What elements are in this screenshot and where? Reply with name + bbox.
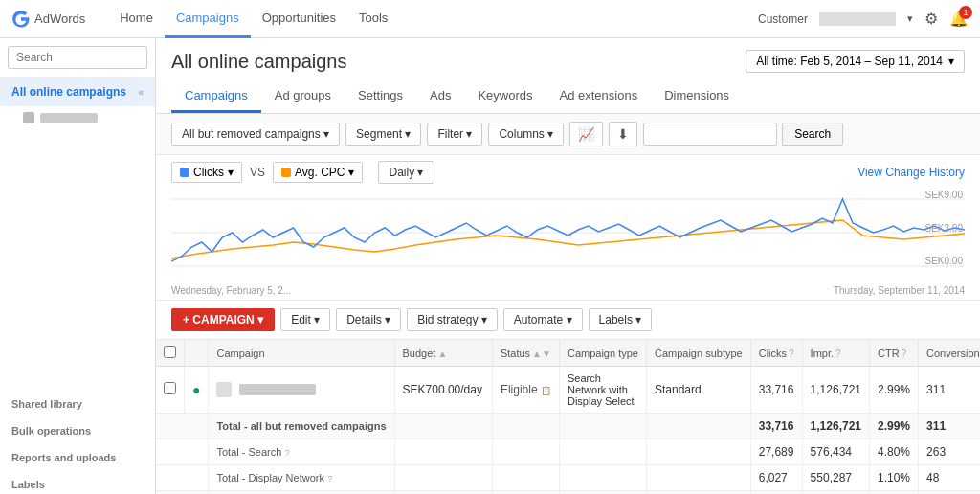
table-search-input[interactable] bbox=[643, 123, 777, 146]
col-status[interactable]: Status▲▼ bbox=[492, 340, 559, 367]
avg-cpc-legend-button[interactable]: Avg. CPC ▾ bbox=[273, 162, 363, 183]
table-header-row: Campaign Budget▲ Status▲▼ Campaign type … bbox=[156, 340, 980, 367]
main-content: All online campaigns All time: Feb 5, 20… bbox=[156, 38, 980, 494]
total2-label: Total - Search ? bbox=[209, 439, 394, 465]
clicks-legend-dot bbox=[180, 168, 189, 177]
tab-settings[interactable]: Settings bbox=[345, 80, 416, 113]
total3-type bbox=[559, 465, 646, 491]
total2-type bbox=[559, 439, 646, 465]
edit-button[interactable]: Edit ▾ bbox=[280, 308, 330, 331]
row-checkbox[interactable] bbox=[164, 382, 176, 394]
line-chart-icon-button[interactable]: 📈 bbox=[569, 122, 603, 146]
tab-dimensions[interactable]: Dimensions bbox=[651, 80, 743, 113]
total4-clicks: 33,716 bbox=[750, 491, 802, 495]
sidebar-search-area bbox=[0, 38, 155, 78]
chart-svg bbox=[171, 190, 965, 276]
col-clicks[interactable]: Clicks? bbox=[750, 340, 802, 367]
tab-ad-groups[interactable]: Ad groups bbox=[261, 80, 345, 113]
select-all-checkbox[interactable] bbox=[164, 346, 176, 358]
nav-campaigns[interactable]: Campaigns bbox=[165, 0, 251, 38]
status-sort-icon: ▲▼ bbox=[532, 348, 551, 359]
sidebar-all-campaigns-label: All online campaigns bbox=[11, 85, 126, 99]
search-input[interactable] bbox=[8, 46, 147, 69]
clicks-legend-label: Clicks bbox=[193, 166, 224, 179]
add-campaign-button[interactable]: + CAMPAIGN ▾ bbox=[171, 308, 275, 331]
sidebar-item-labels[interactable]: Labels bbox=[0, 467, 155, 494]
all-removed-campaigns-filter[interactable]: All but removed campaigns ▾ bbox=[171, 123, 340, 146]
sidebar-item-bulk[interactable]: Bulk operations bbox=[0, 414, 155, 440]
bid-strategy-button[interactable]: Bid strategy ▾ bbox=[407, 308, 498, 331]
total1-ctr: 2.99% bbox=[870, 414, 919, 439]
total2-empty bbox=[156, 439, 209, 465]
columns-button[interactable]: Columns ▾ bbox=[488, 123, 564, 146]
customer-avatar bbox=[819, 12, 896, 26]
page-header: All online campaigns All time: Feb 5, 20… bbox=[156, 38, 980, 80]
row-ctr: 2.99% bbox=[870, 367, 919, 414]
daily-period-button[interactable]: Daily ▾ bbox=[378, 161, 434, 184]
sidebar-collapse-icon[interactable]: « bbox=[138, 87, 144, 98]
col-conversions[interactable]: Conversions? bbox=[919, 340, 980, 367]
nav-opportunities[interactable]: Opportunities bbox=[251, 0, 347, 38]
nav-tools[interactable]: Tools bbox=[347, 0, 399, 38]
total3-info-icon: ? bbox=[327, 474, 332, 483]
filter-button[interactable]: Filter ▾ bbox=[427, 123, 482, 146]
view-history-link[interactable]: View Change History bbox=[858, 166, 965, 179]
logo: AdWords bbox=[11, 10, 85, 29]
campaign-action-toolbar: + CAMPAIGN ▾ Edit ▾ Details ▾ Bid strate… bbox=[156, 300, 980, 340]
col-campaign: Campaign bbox=[209, 340, 394, 367]
sidebar-item-reports[interactable]: Reports and uploads bbox=[0, 440, 155, 467]
total2-conversions: 263 bbox=[919, 439, 980, 465]
tab-ad-extensions[interactable]: Ad extensions bbox=[546, 80, 652, 113]
segment-button[interactable]: Segment ▾ bbox=[345, 123, 421, 146]
row-type: Search Network with Display Select bbox=[559, 367, 646, 414]
total-row-2: Total - Search ? 27,689 576,434 4.80% 26… bbox=[156, 439, 980, 465]
col-budget[interactable]: Budget▲ bbox=[394, 340, 492, 367]
col-campaign-type: Campaign type bbox=[559, 340, 646, 367]
customer-label: Customer bbox=[758, 12, 808, 26]
col-dot bbox=[185, 340, 209, 367]
total4-ctr: 2.99% bbox=[870, 491, 919, 495]
top-nav: AdWords Home Campaigns Opportunities Too… bbox=[0, 0, 980, 38]
avg-cpc-legend-dot bbox=[281, 168, 291, 177]
page-title: All online campaigns bbox=[171, 51, 346, 73]
details-button[interactable]: Details ▾ bbox=[336, 308, 401, 331]
table-search-button[interactable]: Search bbox=[782, 123, 843, 146]
settings-button[interactable]: ⚙ bbox=[924, 10, 938, 28]
total1-impr: 1,126,721 bbox=[802, 414, 869, 439]
status-green-dot: ● bbox=[192, 382, 200, 397]
sidebar-sub-all-campaigns[interactable] bbox=[0, 106, 155, 129]
tab-campaigns[interactable]: Campaigns bbox=[171, 80, 261, 113]
tab-keywords[interactable]: Keywords bbox=[464, 80, 546, 113]
customer-dropdown-arrow[interactable]: ▾ bbox=[907, 12, 913, 25]
automate-button[interactable]: Automate ▾ bbox=[503, 308, 583, 331]
total4-label: Total - all campaigns bbox=[209, 491, 394, 495]
date-range-picker[interactable]: All time: Feb 5, 2014 – Sep 11, 2014 ▾ bbox=[746, 50, 965, 73]
total4-empty bbox=[156, 491, 209, 495]
row-impr: 1,126,721 bbox=[802, 367, 869, 414]
y-label-top: SEK9.00 bbox=[925, 190, 963, 200]
total3-conversions: 48 bbox=[919, 465, 980, 491]
total4-type bbox=[559, 491, 646, 495]
sidebar-item-shared[interactable]: Shared library bbox=[0, 387, 155, 414]
impr-info-icon: ? bbox=[835, 348, 841, 359]
total1-subtype bbox=[646, 414, 750, 439]
col-ctr[interactable]: CTR? bbox=[870, 340, 919, 367]
sidebar-item-all-campaigns[interactable]: All online campaigns « bbox=[0, 78, 155, 106]
col-impr[interactable]: Impr.? bbox=[802, 340, 869, 367]
campaign-icon bbox=[216, 382, 232, 397]
clicks-legend-button[interactable]: Clicks ▾ bbox=[171, 162, 242, 183]
notifications-button[interactable]: 🔔 1 bbox=[949, 10, 969, 28]
total2-budget bbox=[394, 439, 492, 465]
filter-toolbar: All but removed campaigns ▾ Segment ▾ Fi… bbox=[156, 114, 980, 155]
app-layout: All online campaigns « Shared library Bu… bbox=[0, 38, 980, 494]
tab-ads[interactable]: Ads bbox=[416, 80, 464, 113]
download-icon-button[interactable]: ⬇ bbox=[609, 122, 637, 146]
labels-button[interactable]: Labels ▾ bbox=[589, 308, 653, 331]
chart-area: SEK9.00 SEK3.00 SEK0.00 bbox=[156, 190, 980, 285]
total1-clicks: 33,716 bbox=[750, 414, 802, 439]
nav-home[interactable]: Home bbox=[108, 0, 165, 38]
budget-sort-icon: ▲ bbox=[437, 348, 447, 359]
total2-impr: 576,434 bbox=[802, 439, 869, 465]
campaign-name-blurred bbox=[239, 384, 316, 395]
total-row-4: Total - all campaigns SEK700.00/day 33,7… bbox=[156, 491, 980, 495]
